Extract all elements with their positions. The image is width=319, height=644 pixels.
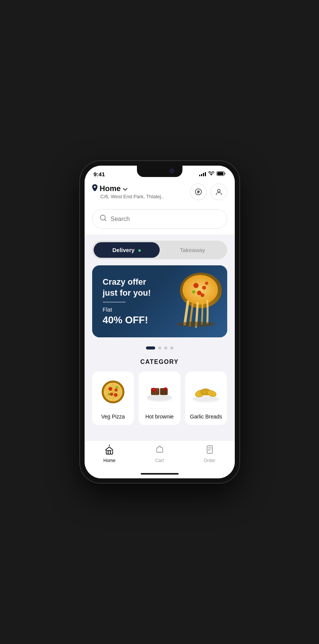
svg-point-8 bbox=[202, 286, 206, 290]
garlic-breads-divider bbox=[196, 409, 216, 409]
cart-icon bbox=[155, 445, 164, 456]
banner-section: Crazy offerjust for you! Flat 40% OFF! bbox=[85, 265, 235, 343]
home-indicator bbox=[85, 471, 235, 478]
svg-point-49 bbox=[211, 393, 212, 394]
category-grid: Veg Pizza bbox=[92, 371, 227, 425]
order-icon bbox=[205, 445, 214, 456]
nav-item-home[interactable]: Home bbox=[85, 445, 135, 463]
camera bbox=[170, 169, 174, 173]
garlic-breads-label: Garlic Breads bbox=[190, 414, 222, 420]
location-title[interactable]: Home bbox=[92, 184, 164, 193]
svg-point-27 bbox=[147, 394, 171, 400]
hot-brownie-label: Hot brownie bbox=[145, 414, 174, 420]
signal-bars-icon bbox=[199, 172, 206, 176]
notch bbox=[137, 166, 182, 177]
banner-dots bbox=[85, 343, 235, 356]
phone-screen: 9:41 bbox=[85, 166, 235, 478]
banner-divider bbox=[103, 302, 126, 302]
hot-brownie-image bbox=[144, 378, 174, 404]
delivery-tab[interactable]: Delivery bbox=[94, 242, 160, 258]
home-indicator-bar bbox=[141, 473, 179, 475]
search-bar[interactable] bbox=[92, 209, 227, 229]
dot-3 bbox=[164, 346, 167, 349]
location-section[interactable]: Home C/6, West End Park, Thlatej.. bbox=[92, 184, 164, 199]
svg-point-19 bbox=[110, 393, 113, 396]
phone-frame: 9:41 bbox=[80, 161, 239, 483]
svg-point-11 bbox=[205, 282, 208, 285]
pizza-image bbox=[159, 271, 223, 332]
dot-2 bbox=[158, 346, 161, 349]
svg-point-35 bbox=[164, 387, 167, 390]
toggle-container: Delivery Takeaway bbox=[92, 241, 227, 259]
location-pin-icon bbox=[92, 184, 97, 193]
category-section: CATEGORY bbox=[85, 356, 235, 432]
header: Home C/6, West End Park, Thlatej.. bbox=[85, 180, 235, 205]
svg-point-46 bbox=[201, 394, 202, 395]
takeaway-tab[interactable]: Takeaway bbox=[160, 242, 226, 258]
cart-nav-label: Cart bbox=[155, 458, 164, 463]
wifi-icon bbox=[208, 171, 214, 177]
status-icons bbox=[199, 171, 226, 177]
svg-point-10 bbox=[192, 290, 195, 294]
battery-icon bbox=[217, 171, 226, 177]
category-card-hot-brownie[interactable]: Hot brownie bbox=[138, 371, 181, 425]
svg-point-22 bbox=[116, 386, 118, 389]
svg-point-47 bbox=[206, 391, 207, 392]
location-label: Home bbox=[100, 184, 121, 193]
delivery-label: Delivery bbox=[112, 247, 134, 253]
coupon-button[interactable] bbox=[190, 183, 207, 200]
svg-point-38 bbox=[193, 396, 219, 401]
nav-item-order[interactable]: Order bbox=[185, 445, 235, 463]
nav-item-cart[interactable]: Cart bbox=[135, 445, 185, 463]
search-section bbox=[85, 205, 235, 235]
svg-point-48 bbox=[207, 392, 208, 393]
svg-point-7 bbox=[193, 283, 198, 288]
chevron-down-icon[interactable] bbox=[123, 184, 127, 193]
home-nav-label: Home bbox=[103, 458, 115, 463]
delivery-toggle-section: Delivery Takeaway bbox=[85, 235, 235, 265]
profile-button[interactable] bbox=[211, 183, 227, 200]
veg-pizza-divider bbox=[103, 409, 123, 409]
order-nav-label: Order bbox=[204, 458, 215, 463]
search-icon bbox=[99, 214, 107, 224]
dot-4 bbox=[170, 346, 173, 349]
garlic-breads-image bbox=[191, 378, 221, 404]
delivery-dot bbox=[138, 249, 141, 252]
svg-point-3 bbox=[217, 190, 220, 192]
header-actions bbox=[190, 183, 227, 200]
svg-point-36 bbox=[153, 389, 154, 390]
svg-point-45 bbox=[200, 393, 201, 394]
veg-pizza-image bbox=[98, 378, 128, 404]
svg-rect-52 bbox=[207, 446, 212, 453]
banner-card[interactable]: Crazy offerjust for you! Flat 40% OFF! bbox=[92, 265, 227, 337]
hot-brownie-divider bbox=[149, 409, 169, 409]
category-title: CATEGORY bbox=[92, 359, 227, 365]
search-input[interactable] bbox=[111, 216, 220, 223]
svg-point-13 bbox=[176, 321, 215, 327]
svg-rect-1 bbox=[217, 172, 223, 175]
location-address: C/6, West End Park, Thlatej.. bbox=[101, 194, 164, 199]
svg-point-12 bbox=[200, 293, 204, 297]
veg-pizza-label: Veg Pizza bbox=[101, 414, 125, 420]
svg-point-6 bbox=[182, 275, 218, 304]
dot-1 bbox=[146, 346, 155, 349]
svg-point-50 bbox=[212, 394, 213, 395]
takeaway-label: Takeaway bbox=[180, 247, 205, 253]
status-time: 9:41 bbox=[94, 171, 105, 177]
category-card-veg-pizza[interactable]: Veg Pizza bbox=[92, 371, 134, 425]
category-card-garlic-breads[interactable]: Garlic Breads bbox=[185, 371, 227, 425]
home-icon bbox=[105, 446, 114, 457]
main-content: Delivery Takeaway Crazy offerjust for yo… bbox=[85, 235, 235, 440]
bottom-nav: Home Cart bbox=[85, 440, 235, 471]
